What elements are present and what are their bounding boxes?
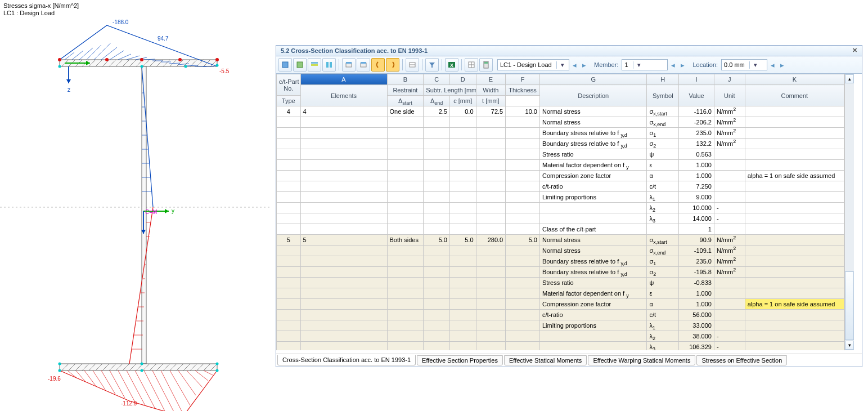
col-D[interactable]: D bbox=[449, 74, 476, 85]
svg-point-107 bbox=[105, 58, 109, 61]
table-row[interactable]: Boundary stress relative to f y,dσ1235.0… bbox=[277, 128, 844, 139]
excel-icon[interactable]: X bbox=[445, 58, 458, 72]
scroll-down-icon[interactable]: ▾ bbox=[845, 341, 854, 350]
table-row[interactable]: Compression zone factorα1.000alpha = 1 o… bbox=[277, 299, 844, 310]
svg-point-106 bbox=[58, 58, 61, 61]
col-width[interactable]: Width bbox=[476, 85, 506, 96]
member-select[interactable]: 1 ▾ bbox=[622, 59, 668, 70]
classification-panel: 5.2 Cross-Section Classification acc. to… bbox=[276, 45, 862, 367]
table-row[interactable]: Stress ratioψ0.563 bbox=[277, 149, 844, 160]
col-I[interactable]: I bbox=[679, 74, 714, 85]
col-symbol[interactable]: Symbol bbox=[647, 85, 679, 106]
svg-text:94.7: 94.7 bbox=[158, 35, 169, 42]
results-grid[interactable]: c/t-PartNo. A B C D E F G H I J bbox=[276, 74, 844, 350]
toolbar-button-4[interactable] bbox=[322, 58, 336, 72]
table-row[interactable]: λ3106.329- bbox=[277, 342, 844, 351]
col-J[interactable]: J bbox=[714, 74, 745, 85]
table-row[interactable]: Boundary stress relative to f y,dσ2-195.… bbox=[277, 267, 844, 278]
svg-rect-142 bbox=[326, 62, 329, 68]
prev-member[interactable]: ◂ bbox=[669, 61, 677, 69]
toolbar-button-2[interactable] bbox=[293, 58, 307, 72]
table-row[interactable]: Normal stressσx,end-109.1N/mm2 bbox=[277, 246, 844, 256]
tab-2[interactable]: Effective Statical Moments bbox=[504, 355, 587, 365]
svg-rect-138 bbox=[282, 62, 288, 68]
col-part-no[interactable]: c/t-PartNo. bbox=[277, 74, 301, 96]
table-row[interactable]: Material factor dependent on f yε1.000 bbox=[277, 288, 844, 299]
toolbar-button-6[interactable] bbox=[357, 58, 370, 72]
table-row[interactable]: Limiting proportionsλ133.000 bbox=[277, 320, 844, 331]
svg-marker-150 bbox=[429, 63, 435, 68]
table-row[interactable]: Boundary stress relative to f y,dσ1235.0… bbox=[277, 256, 844, 267]
table-row[interactable]: λ314.000- bbox=[277, 213, 844, 224]
scroll-thumb[interactable] bbox=[845, 271, 854, 340]
tab-4[interactable]: Stresses on Effective Section bbox=[696, 355, 787, 365]
table-row[interactable]: Boundary stress relative to f y,dσ2132.2… bbox=[277, 139, 844, 149]
col-elements[interactable]: Elements bbox=[300, 85, 387, 106]
col-subtr[interactable]: Subtr. Length [mm] bbox=[424, 85, 476, 96]
chevron-down-icon[interactable]: ▾ bbox=[556, 61, 566, 69]
col-thick[interactable]: Thickness bbox=[506, 85, 540, 96]
chevron-down-icon[interactable]: ▾ bbox=[633, 61, 643, 69]
svg-line-100 bbox=[161, 371, 184, 411]
svg-line-51 bbox=[72, 51, 83, 60]
next-location[interactable]: ▸ bbox=[778, 61, 786, 69]
table-row[interactable]: Stress ratioψ-0.833 bbox=[277, 278, 844, 288]
toolbar-button-9[interactable] bbox=[406, 58, 419, 72]
location-label: Location: bbox=[692, 61, 718, 68]
vertical-scrollbar[interactable]: ▴ ▾ bbox=[844, 74, 854, 350]
col-desc[interactable]: Description bbox=[539, 85, 646, 106]
tab-1[interactable]: Effective Section Properties bbox=[417, 355, 503, 365]
col-A[interactable]: A bbox=[300, 74, 387, 85]
section-viewport[interactable]: Stresses sigma-x [N/mm^2] LC1 : Design L… bbox=[0, 0, 276, 415]
col-C[interactable]: C bbox=[424, 74, 450, 85]
scroll-up-icon[interactable]: ▴ bbox=[845, 74, 854, 83]
col-restraint[interactable]: Restraint bbox=[387, 85, 424, 96]
toolbar-button-1[interactable] bbox=[278, 58, 292, 72]
svg-rect-147 bbox=[361, 62, 366, 64]
table-row[interactable]: λ238.000- bbox=[277, 331, 844, 342]
toolbar-button-8[interactable] bbox=[386, 58, 399, 72]
member-value: 1 bbox=[624, 61, 628, 68]
svg-point-110 bbox=[215, 58, 219, 61]
next-member[interactable]: ▸ bbox=[678, 61, 687, 69]
loadcase-select[interactable]: LC1 - Design Load ▾ bbox=[497, 59, 569, 70]
table-row[interactable]: 44One side2.50.072.510.0Normal stressσx,… bbox=[277, 106, 844, 117]
svg-rect-146 bbox=[361, 63, 366, 67]
tab-3[interactable]: Effective Warping Statical Moments bbox=[588, 355, 695, 365]
location-select[interactable]: 0.0 mm ▾ bbox=[721, 59, 767, 70]
calculator-icon[interactable] bbox=[479, 58, 493, 72]
svg-point-108 bbox=[140, 58, 143, 61]
chevron-down-icon[interactable]: ▾ bbox=[749, 61, 759, 69]
next-loadcase[interactable]: ▸ bbox=[580, 61, 588, 69]
table-row[interactable]: c/t-ratioc/t7.250 bbox=[277, 181, 844, 192]
toolbar-button-7[interactable] bbox=[371, 58, 385, 72]
col-comment[interactable]: Comment bbox=[745, 85, 844, 106]
col-E[interactable]: E bbox=[476, 74, 506, 85]
svg-point-118 bbox=[59, 369, 61, 372]
col-G[interactable]: G bbox=[539, 74, 646, 85]
close-icon[interactable]: ✕ bbox=[850, 47, 860, 54]
tab-0[interactable]: Cross-Section Classification acc. to EN … bbox=[277, 355, 416, 365]
col-unit[interactable]: Unit bbox=[714, 85, 745, 106]
col-B[interactable]: B bbox=[387, 74, 424, 85]
table-row[interactable]: Class of the c/t-part1 bbox=[277, 224, 844, 235]
table-row[interactable]: Compression zone factorα1.000alpha = 1 o… bbox=[277, 171, 844, 181]
toolbar-button-5[interactable] bbox=[342, 58, 356, 72]
col-value[interactable]: Value bbox=[679, 85, 714, 106]
table-row[interactable]: Normal stressσx,end-206.2N/mm2 bbox=[277, 117, 844, 128]
filter-icon[interactable] bbox=[425, 58, 439, 72]
toolbar-button-grid[interactable] bbox=[465, 58, 478, 72]
col-H[interactable]: H bbox=[647, 74, 679, 85]
prev-loadcase[interactable]: ◂ bbox=[570, 61, 579, 69]
prev-location[interactable]: ◂ bbox=[768, 61, 777, 69]
table-row[interactable]: 55Both sides5.05.0280.05.0Normal stressσ… bbox=[277, 235, 844, 246]
location-value: 0.0 mm bbox=[724, 61, 745, 68]
toolbar-button-3[interactable] bbox=[308, 58, 321, 72]
table-row[interactable]: Material factor dependent on f yε1.000 bbox=[277, 160, 844, 171]
table-row[interactable]: Limiting proportionsλ19.000 bbox=[277, 192, 844, 203]
table-row[interactable]: λ210.000- bbox=[277, 203, 844, 213]
col-K[interactable]: K bbox=[745, 74, 844, 85]
table-row[interactable]: c/t-ratioc/t56.000 bbox=[277, 310, 844, 320]
svg-text:C=M: C=M bbox=[145, 209, 157, 215]
col-F[interactable]: F bbox=[506, 74, 540, 85]
